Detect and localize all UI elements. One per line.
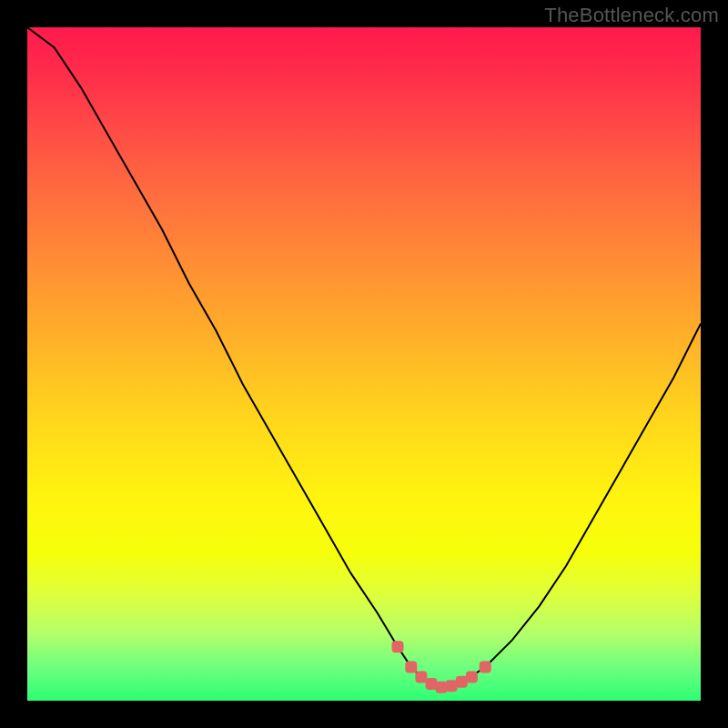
marker-point [426,678,438,690]
marker-point [446,680,458,692]
marker-point [480,662,491,673]
marker-point [392,641,404,652]
marker-point [456,676,468,688]
highlight-markers [392,641,491,693]
plot-area [27,27,701,701]
curve-line [27,27,701,687]
chart-frame: TheBottleneck.com [0,0,728,728]
marker-point [436,682,448,693]
chart-svg [27,27,701,701]
marker-point [405,662,417,673]
watermark-text: TheBottleneck.com [544,4,719,27]
marker-point [466,672,478,683]
marker-point [415,672,427,683]
